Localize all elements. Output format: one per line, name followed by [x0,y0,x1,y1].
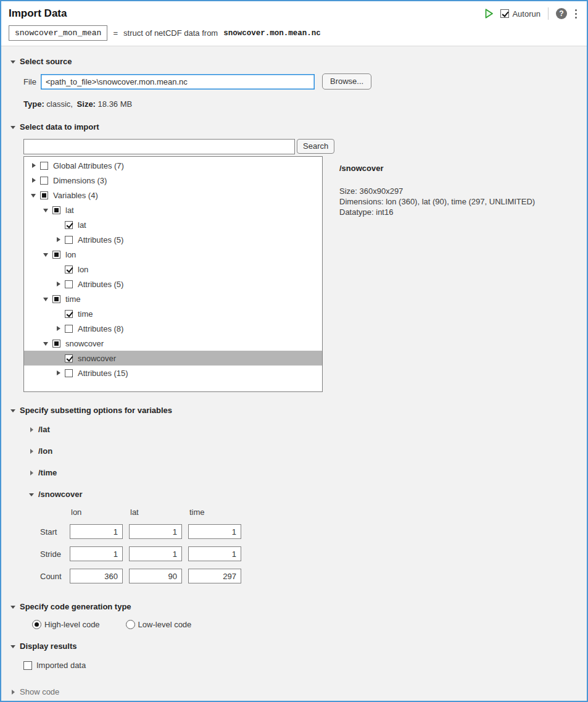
autorun-checkbox-box[interactable] [500,9,509,18]
tree-label[interactable]: Attributes (8) [78,324,123,333]
expander-icon[interactable] [55,280,62,288]
imported-data-checkbox[interactable]: Imported data [23,661,578,670]
run-button[interactable] [482,7,495,20]
expander-spacer [55,310,62,317]
search-button[interactable]: Search [297,139,334,154]
expander-icon[interactable] [43,251,50,258]
tree-checkbox[interactable] [40,162,48,170]
tree-label[interactable]: lat [78,220,86,230]
tree-checkbox[interactable] [40,177,48,185]
tree-checkbox[interactable] [65,280,73,288]
tree-row-snowcover-attributes[interactable]: Attributes (15) [24,366,322,380]
tree-row-lat-leaf[interactable]: lat [24,217,322,232]
tree-checkbox[interactable] [65,369,73,377]
subset-grid: lon lat time Start Stride Count [40,508,578,583]
section-codegen[interactable]: Specify code generation type [10,602,578,611]
stride-lat-input[interactable] [129,546,182,561]
section-select-source[interactable]: Select source [10,57,578,66]
radio-icon[interactable] [32,620,41,629]
tree-row-lat-attributes[interactable]: Attributes (5) [24,232,322,247]
tree-label[interactable]: Attributes (15) [78,369,128,378]
tree-row-time-leaf[interactable]: time [24,306,322,321]
tree-label[interactable]: Attributes (5) [78,280,123,289]
start-time-input[interactable] [188,524,241,539]
high-level-code-radio[interactable]: High-level code [32,620,100,629]
tree-label[interactable]: Attributes (5) [78,235,123,244]
stride-time-input[interactable] [188,546,241,561]
browse-button[interactable]: Browse... [322,73,371,90]
tree-label[interactable]: time [65,295,81,304]
expander-icon[interactable] [43,340,50,347]
count-lon-input[interactable] [70,569,123,583]
tree-checkbox[interactable] [52,206,60,214]
section-select-source-label: Select source [20,57,72,66]
autorun-checkbox[interactable]: Autorun [500,9,540,19]
stride-lon-input[interactable] [70,546,123,561]
subset-var-lon[interactable]: /lon [28,440,578,462]
tree-label[interactable]: time [78,309,93,319]
grid-column-lat: lat [129,508,182,517]
grid-column-lon: lon [70,508,123,517]
tree-row-lon-leaf[interactable]: lon [24,262,322,277]
tree-row-lat-group[interactable]: lat [24,203,322,217]
tree-row-time-attributes[interactable]: Attributes (8) [24,321,322,336]
tree-checkbox[interactable] [65,354,73,362]
detail-title: /snowcover [339,164,578,173]
tree-checkbox[interactable] [65,236,73,244]
show-code-toggle[interactable]: Show code [10,687,59,696]
collapse-triangle-icon [10,407,16,414]
radio-icon[interactable] [126,620,135,629]
tree-label[interactable]: lat [65,206,74,215]
tree-checkbox[interactable] [52,295,60,303]
expander-icon[interactable] [43,206,50,214]
tree-checkbox[interactable] [52,340,60,348]
kebab-menu-icon[interactable] [573,8,579,20]
expander-icon[interactable] [30,177,38,184]
expander-icon[interactable] [55,369,62,377]
tree-label[interactable]: snowcover [78,354,116,363]
file-path-input[interactable] [41,74,315,90]
tree-checkbox[interactable] [65,221,73,229]
section-display-results[interactable]: Display results [10,641,578,651]
tree-label[interactable]: snowcover [65,339,104,348]
tree-checkbox[interactable] [40,191,48,199]
tree-row-snowcover-group[interactable]: snowcover [24,336,322,351]
subset-var-time[interactable]: /time [28,462,578,483]
tree-label[interactable]: Dimensions (3) [53,176,107,185]
tree-checkbox[interactable] [65,310,73,318]
subset-var-lat[interactable]: /lat [28,419,578,440]
tree-row-global-attributes[interactable]: Global Attributes (7) [24,158,322,173]
count-time-input[interactable] [188,569,241,583]
start-lat-input[interactable] [129,524,182,539]
tree-checkbox[interactable] [65,325,73,333]
tree-row-variables[interactable]: Variables (4) [24,188,322,203]
search-input[interactable] [23,139,295,154]
count-lat-input[interactable] [129,569,182,583]
grid-row-label: Start [40,527,70,537]
subset-var-snowcover[interactable]: /snowcover [28,483,578,505]
section-subsetting[interactable]: Specify subsetting options for variables [10,406,578,415]
expander-icon[interactable] [30,191,38,199]
tree-label[interactable]: lon [78,265,88,274]
tree-checkbox[interactable] [65,265,73,274]
expander-icon[interactable] [30,162,38,169]
tree-row-time-group[interactable]: time [24,291,322,306]
checkbox-box[interactable] [23,661,32,670]
tree-row-lon-group[interactable]: lon [24,247,322,262]
subset-var-label: /snowcover [38,490,83,499]
tree-label[interactable]: lon [65,250,76,259]
tree-row-dimensions[interactable]: Dimensions (3) [24,173,322,188]
section-select-data[interactable]: Select data to import [10,122,578,132]
tree-row-lon-attributes[interactable]: Attributes (5) [24,277,322,291]
start-lon-input[interactable] [70,524,123,539]
expander-icon[interactable] [43,295,50,303]
expander-icon[interactable] [55,236,62,243]
low-level-code-radio[interactable]: Low-level code [126,620,192,629]
tree-label[interactable]: Global Attributes (7) [53,161,124,170]
output-variable-name[interactable]: snowcover_mon_mean [9,25,107,41]
tree-row-snowcover-leaf[interactable]: snowcover [24,351,322,366]
expander-icon[interactable] [55,325,62,332]
tree-checkbox[interactable] [52,251,60,259]
help-icon[interactable]: ? [556,8,567,19]
tree-label[interactable]: Variables (4) [53,191,98,200]
